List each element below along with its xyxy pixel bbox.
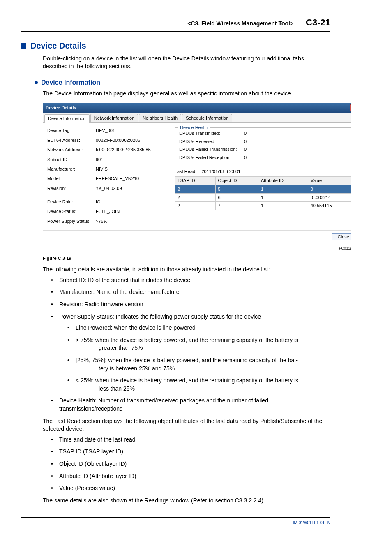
tab-schedule-information[interactable]: Schedule Information: [182, 114, 232, 122]
window-body: Device Tag:DEV_001 EUI-64 Address:0022:F…: [43, 123, 351, 230]
list-item: Revision: Radio firmware version: [51, 301, 330, 309]
lastread-bullet-list: Time and date of the last read TSAP ID (…: [51, 436, 330, 493]
label-device-role: Device Role:: [47, 199, 96, 205]
sub-item: < 25%: when the device is battery powere…: [67, 377, 330, 393]
list-item: Object ID (Object layer ID): [51, 460, 330, 468]
last-read-timestamp: 2011/01/13 6:23:01: [201, 169, 240, 174]
close-button[interactable]: Close: [332, 233, 351, 240]
tab-network-information[interactable]: Network Information: [90, 114, 138, 122]
list-item-text: Power Supply Status: Indicates the follo…: [59, 313, 261, 320]
sub-item-cont: greater than 75%: [76, 344, 330, 352]
value-subnet-id: 901: [96, 157, 103, 163]
paragraph-end: The same details are also shown at the R…: [43, 497, 330, 505]
device-health-title: Device Health: [178, 125, 210, 131]
header-page-number: C3-21: [306, 16, 330, 29]
label-dpdus-rx: DPDUs Received: [179, 139, 244, 145]
sub-item-line: < 25%: when the device is battery powere…: [76, 377, 298, 384]
value-network-address: fc00:0:22:ff00:2:285:385:85: [96, 147, 151, 153]
list-item: Time and date of the last read: [51, 436, 330, 444]
label-manufacturer: Manufacturer:: [47, 166, 96, 172]
page-header: <C3. Field Wireless Management Tool> C3-…: [21, 16, 330, 32]
value-model: FREESCALE_VN210: [96, 176, 139, 182]
value-device-status: FULL_JOIN: [96, 208, 120, 215]
cell: 7: [215, 202, 258, 210]
value-device-role: IO: [96, 199, 101, 205]
sub-item-cont: tery is between 25% and 75%: [76, 365, 330, 373]
value-manufacturer: NIVIS: [96, 166, 108, 172]
list-item: Manufacturer: Name of the device manufac…: [51, 288, 330, 296]
list-item: Power Supply Status: Indicates the follo…: [51, 313, 330, 393]
window-title-text: Device Details: [46, 105, 76, 111]
grid-row[interactable]: 2 7 1 40.554115: [175, 202, 351, 210]
label-dpdus-tx: DPDUs Transmitted:: [179, 130, 244, 136]
sub-item: > 75%: when the device is battery powere…: [67, 336, 330, 352]
col-attributeid: Attribute ID: [258, 177, 308, 185]
cell: 2: [175, 194, 216, 202]
sub-item-cont: less than 25%: [76, 385, 330, 393]
cell: 5: [215, 185, 258, 193]
cell: 0: [308, 185, 351, 193]
tab-neighbors-health[interactable]: Neighbors Health: [139, 114, 181, 122]
value-dpdus-rx: 0: [244, 139, 247, 145]
last-read-grid[interactable]: TSAP ID Object ID Attribute ID Value 2 5…: [175, 176, 351, 210]
figure-caption: Figure C 3-19: [43, 255, 330, 261]
cell: 1: [258, 185, 308, 193]
sub-intro-paragraph: The Device Information tab page displays…: [43, 90, 330, 98]
cell: 1: [258, 202, 308, 210]
label-revision: Revision:: [47, 185, 96, 192]
value-eui: 0022:FF00:0002:0285: [96, 137, 140, 143]
cell: 1: [258, 194, 308, 202]
list-item: Attribute ID (Attribute layer ID): [51, 472, 330, 481]
label-subnet-id: Subnet ID:: [47, 157, 96, 163]
cell: 2: [175, 202, 216, 210]
label-dpdus-failed-tx: DPDUs Failed Transmission:: [179, 146, 244, 153]
heading-device-details: Device Details: [21, 40, 330, 51]
last-read-row: Last Read: 2011/01/13 6:23:01: [175, 169, 351, 175]
value-dpdus-failed-rx: 0: [244, 155, 247, 161]
value-dpdus-failed-tx: 0: [244, 146, 247, 153]
page-footer: IM 01W01F01-01EN: [21, 517, 330, 526]
last-read-label: Last Read:: [175, 169, 196, 174]
value-power-supply-status: >75%: [96, 218, 107, 224]
right-column: Device Health DPDUs Transmitted:0 DPDUs …: [175, 127, 351, 228]
device-health-fieldset: Device Health DPDUs Transmitted:0 DPDUs …: [175, 127, 351, 166]
label-eui: EUI-64 Address:: [47, 137, 96, 143]
window-footer: Close: [43, 230, 351, 245]
cell: -0.003214: [308, 194, 351, 202]
list-item: Value (Process value): [51, 484, 330, 493]
heading-device-information: Device Information: [35, 78, 330, 87]
footer-doc-id: IM 01W01F01-01EN: [293, 520, 330, 526]
info-column: Device Tag:DEV_001 EUI-64 Address:0022:F…: [47, 127, 166, 228]
cell: 2: [175, 185, 216, 193]
value-dpdus-tx: 0: [244, 130, 247, 136]
col-objectid: Object ID: [215, 177, 258, 185]
tab-device-information[interactable]: Device Information: [44, 114, 90, 123]
label-dpdus-failed-rx: DPDUs Failed Reception:: [179, 155, 244, 161]
grid-row[interactable]: 2 5 1 0: [175, 185, 351, 193]
tab-bar: Device Information Network Information N…: [43, 113, 351, 123]
list-item: Subnet ID: ID of the subnet that include…: [51, 276, 330, 284]
grid-row[interactable]: 2 6 1 -0.003214: [175, 194, 351, 202]
h1-text: Device Details: [30, 40, 86, 51]
label-network-address: Network Address:: [47, 147, 96, 153]
cell: 40.554115: [308, 202, 351, 210]
h2-text: Device Information: [41, 78, 100, 87]
col-value: Value: [308, 177, 351, 185]
label-device-tag: Device Tag:: [47, 127, 96, 134]
figure-file-ref: FC0319.psd: [43, 246, 351, 251]
label-device-status: Device Status:: [47, 208, 96, 215]
value-revision: YK_04.02.09: [96, 185, 122, 192]
paragraph-lastread: The Last Read section displays the follo…: [43, 417, 330, 433]
power-sublist: Line Powered: when the device is line po…: [67, 324, 330, 393]
header-section-title: <C3. Field Wireless Management Tool>: [187, 20, 293, 28]
sub-item: Line Powered: when the device is line po…: [67, 324, 330, 332]
intro-paragraph: Double-clicking on a device in the list …: [43, 55, 330, 71]
window-close-button[interactable]: ×: [350, 104, 351, 111]
value-device-tag: DEV_001: [96, 127, 115, 134]
cell: 6: [215, 194, 258, 202]
device-details-window: Device Details × Device Information Netw…: [43, 103, 351, 245]
sub-item: [25%, 75%]: when the device is battery p…: [67, 356, 330, 372]
grid-header-row: TSAP ID Object ID Attribute ID Value: [175, 177, 351, 185]
list-item: Device Health: Number of transmitted/rec…: [51, 397, 330, 413]
round-bullet-icon: [35, 81, 38, 84]
